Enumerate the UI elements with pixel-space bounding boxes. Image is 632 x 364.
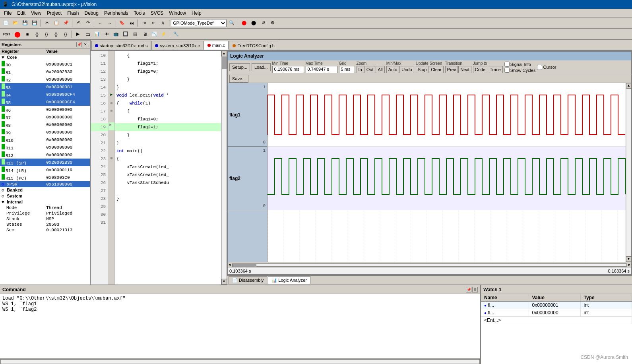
cursor-checkbox-label[interactable]: Cursor [537,65,556,70]
cut-btn[interactable]: ✂ [43,19,51,27]
brace-btn4[interactable]: {} [61,30,70,39]
menu-edit[interactable]: Edit [15,10,28,17]
tab-logic-analyzer[interactable]: 📊 Logic Analyzer [268,276,310,284]
open-btn[interactable]: 📂 [11,19,20,27]
symbol-dropdown[interactable]: GPIOMode_TypeDef [171,19,227,27]
la-hscroll-thumb[interactable] [233,264,256,267]
la-zoom-out-btn[interactable]: Out [364,66,376,73]
la-hscroll-track[interactable] [232,263,626,267]
la-code-btn[interactable]: Code [473,66,487,73]
view-btn2[interactable]: 📺 [112,30,120,39]
expand-17[interactable]: ⊞ [109,106,114,114]
menu-project[interactable]: Project [45,10,64,17]
expand-23[interactable]: ⊞ [109,154,114,162]
tab-main[interactable]: main.c [204,41,229,50]
la-trace-btn[interactable]: Trace [488,66,503,73]
brace-btn3[interactable]: {} [52,30,60,39]
view-btn7[interactable]: ⚡ [159,30,168,39]
la-prev-btn[interactable]: Prev [445,66,458,73]
scroll-thumb[interactable] [222,57,227,69]
la-clear-btn[interactable]: Clear [429,66,443,73]
menu-tools[interactable]: Tools [132,10,147,17]
mem-btn[interactable]: 🗃 [83,30,92,39]
menu-view[interactable]: View [29,10,44,17]
stop-btn2[interactable]: ■ [23,30,32,39]
comment-btn[interactable]: // [159,19,167,27]
la-auto-btn[interactable]: Auto [386,66,399,73]
view-btn4[interactable]: ▤ [131,30,140,39]
signal-info-checkbox[interactable] [504,62,510,67]
settings-btn[interactable]: ⚙ [268,19,277,27]
la-waveform-canvas[interactable] [268,83,626,262]
reset-btn[interactable]: ↺ [259,19,268,27]
menu-file[interactable]: File [2,10,14,17]
save-all-btn[interactable]: 💾 [30,19,39,27]
next-bookmark-btn[interactable]: ⏭ [127,19,136,27]
view-btn6[interactable]: 📉 [150,30,159,39]
tab-startup[interactable]: startup_stm32f10x_md.s [91,41,151,50]
tab-system[interactable]: system_stm32f10x.c [151,41,203,50]
unindent-btn[interactable]: ⇤ [149,19,158,27]
tab-disassembly[interactable]: 📄 Disassembly [229,276,267,284]
la-stop-btn[interactable]: Stop [416,66,429,73]
nav-fwd-btn[interactable]: → [105,19,114,27]
xpsr-expand-icon[interactable]: ⊕ [2,182,7,187]
menu-peripherals[interactable]: Peripherals [102,10,131,17]
nav-back-btn[interactable]: ← [96,19,105,27]
expand-internal[interactable]: ▼ [2,200,7,205]
redo-btn[interactable]: ↷ [83,19,92,27]
brace-btn1[interactable]: {} [33,30,41,39]
find-btn[interactable]: 🔍 [227,19,236,27]
watch-new-entry[interactable]: <Ent...> [481,317,632,324]
reg-btn[interactable]: 📊 [93,30,101,39]
expand-16[interactable]: ⊞ [109,99,114,106]
la-scroll-down[interactable]: ▼ [626,256,632,262]
la-setup-btn[interactable]: Setup... [229,63,250,71]
show-cycles-checkbox-label[interactable]: Show Cycles [504,68,536,73]
rst-btn[interactable]: RST [2,30,12,39]
menu-svcs[interactable]: SVCS [148,10,166,17]
la-scroll-track[interactable] [626,89,632,256]
scroll-down[interactable]: ▼ [221,279,227,285]
scroll-track[interactable] [221,56,227,279]
debug-btn[interactable]: ⬤ [249,19,258,27]
pin-icon[interactable]: 📌 [76,42,82,47]
view-btn1[interactable]: 👁 [102,30,111,39]
la-hscrollbar[interactable]: ◄ ► [228,262,631,267]
close-panel-icon[interactable]: ✕ [83,42,88,47]
expand-banked[interactable]: ⊕ [2,188,7,193]
bookmark-btn[interactable]: 🔖 [118,19,126,27]
menu-flash[interactable]: Flash [65,10,81,17]
copy-btn[interactable]: 📋 [52,19,61,27]
save-btn[interactable]: 💾 [21,19,29,27]
stop-debug-btn[interactable]: ⬤ [240,19,248,27]
la-save-btn[interactable]: Save... [229,75,248,83]
expand-system[interactable]: ⊕ [2,194,7,199]
la-undo-btn[interactable]: Undo [399,66,414,73]
la-zoom-in-btn[interactable]: In [357,66,364,73]
arrow-btn[interactable]: ▶ [74,30,82,39]
new-btn[interactable]: 📄 [2,19,10,27]
paste-btn[interactable]: 📌 [62,19,70,27]
scroll-up[interactable]: ▲ [221,51,227,56]
menu-window[interactable]: Window [167,10,188,17]
signal-info-checkbox-label[interactable]: Signal Info [504,62,536,67]
view-btn5[interactable]: 🖥 [140,30,149,39]
scroll-left-arrow[interactable]: ◄ [229,263,231,267]
scroll-right-arrow[interactable]: ► [628,263,630,267]
la-load-btn[interactable]: Load... [252,63,271,71]
cmd-hscrollbar[interactable] [0,358,480,364]
menu-help[interactable]: Help [189,10,204,17]
cmd-close-icon[interactable]: ✕ [472,287,478,292]
la-next-btn[interactable]: Next [458,66,471,73]
cmd-scroll-track[interactable] [0,359,480,364]
cursor-checkbox[interactable] [537,65,542,70]
la-scroll-up[interactable]: ▲ [626,83,632,89]
menu-debug[interactable]: Debug [82,10,101,17]
tab-freertos[interactable]: FreeRTOSConfig.h [229,41,278,50]
brace-btn2[interactable]: {} [42,30,51,39]
indent-btn[interactable]: ⇥ [140,19,148,27]
show-cycles-checkbox[interactable] [504,68,510,73]
cmd-pin-icon[interactable]: 📌 [466,287,471,292]
expand-icon[interactable]: ▼ [2,55,7,60]
